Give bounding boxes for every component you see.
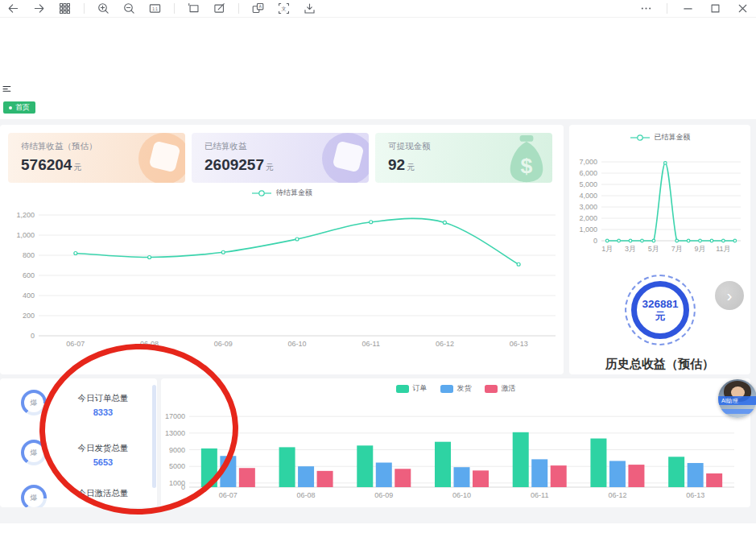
svg-text:06-07: 06-07 [219,491,238,499]
svg-text:3,000: 3,000 [579,203,597,211]
card-unit: 元 [73,163,81,172]
stat-value: 5653 [55,457,151,467]
text-select-icon[interactable]: 文 [277,2,291,15]
svg-text:400: 400 [23,291,35,300]
apps-grid-icon[interactable] [58,2,72,15]
actual-size-icon[interactable]: 1:1 [148,2,162,15]
svg-text:06-10: 06-10 [287,340,306,348]
legend-swatch-icon [396,385,409,393]
svg-text:4,000: 4,000 [579,192,597,200]
summary-cards: 待结算收益（预估）576204元已结算收益2609257元$可提现金额92元 [8,133,552,183]
svg-text:06-09: 06-09 [374,491,393,499]
svg-text:9000: 9000 [169,446,185,454]
svg-text:1,200: 1,200 [16,211,35,219]
svg-text:06-10: 06-10 [452,491,471,499]
zoom-in-icon[interactable] [97,2,110,15]
screenshot-icon[interactable] [187,2,200,15]
more-icon[interactable] [639,2,653,15]
legend-item-3[interactable]: 激活 [485,383,516,394]
svg-text:6,000: 6,000 [579,169,597,177]
settled-amount-panel: 已结算金额 01,0002,0003,0004,0005,0006,0007,0… [569,125,750,374]
ai-assistant-avatar[interactable]: AI助理 [718,379,756,418]
history-total-ring: 326881 元 [625,275,696,345]
svg-text:11月: 11月 [716,245,730,253]
translate-icon[interactable]: A [251,2,265,15]
card-value: 576204 [21,156,72,173]
daily-metrics-legend[interactable]: 订单发货激活 [161,383,750,394]
history-total-unit: 元 [655,311,666,322]
svg-text:13000: 13000 [165,429,185,437]
line-legend-marker-icon [630,134,651,142]
summary-card-orange: 待结算收益（预估）576204元 [8,133,185,183]
stats-scrollbar[interactable] [152,385,156,488]
browser-toolbar: 1:1A文 [0,0,756,18]
toolbar-separator [238,3,239,14]
summary-card-purple: 已结算收益2609257元 [192,133,369,183]
ai-assistant-label: AI助理 [718,396,756,405]
svg-text:5,000: 5,000 [579,180,597,188]
daily-metrics-panel: 订单发货激活 0100050009000130001700006-0706-08… [161,378,750,507]
stat-label: 今日激活总量 [55,488,151,499]
svg-text:06-11: 06-11 [362,340,380,348]
active-tab-dot-icon [9,106,12,110]
gauge-ring-icon: 爆 [21,390,47,415]
svg-text:1000: 1000 [169,479,185,487]
gauge-badge: 爆 [21,390,47,415]
legend-item-1[interactable]: 订单 [396,383,428,394]
svg-text:1,000: 1,000 [16,231,35,239]
svg-text:5月: 5月 [648,245,659,253]
minimize-icon[interactable] [681,2,695,15]
gauge-ring-icon: 爆 [21,485,47,507]
svg-text:1,000: 1,000 [579,225,597,234]
gauge-ring-icon: 爆 [21,440,47,465]
svg-text:06-12: 06-12 [436,340,454,348]
svg-text:06-08: 06-08 [297,491,316,499]
svg-text:06-11: 06-11 [531,491,548,499]
next-slide-button[interactable]: › [715,281,744,310]
stat-label: 今日订单总量 [55,393,151,404]
forward-icon[interactable] [32,2,46,15]
app-window: 1:1A文 首页 待结算收益（预估）576204元已结算收益2609257元$可… [0,0,756,558]
collapse-menu-icon[interactable] [2,84,14,97]
settled-monthly-legend[interactable]: 已结算金额 [569,132,750,143]
svg-text:0: 0 [31,332,35,340]
daily-metrics-bar-chart[interactable]: 0100050009000130001700006-0706-0806-0906… [161,395,750,507]
svg-text:06-13: 06-13 [510,340,528,348]
legend-label: 已结算金额 [655,132,691,143]
money-bag-icon: $ [504,134,549,182]
edit-icon[interactable] [213,2,226,15]
legend-item-2[interactable]: 发货 [440,383,472,394]
stat-value: 8333 [55,407,151,417]
maximize-icon[interactable] [708,2,722,15]
card-unit: 元 [266,163,274,172]
svg-text:7月: 7月 [671,245,683,253]
pending-settlement-legend[interactable]: 待结算金额 [0,188,564,198]
dashboard-content: 待结算收益（预估）576204元已结算收益2609257元$可提现金额92元 待… [0,119,756,523]
download-icon[interactable] [303,2,316,15]
pending-settlement-chart[interactable]: 02004006008001,0001,20006-0706-0806-0906… [0,199,564,360]
svg-text:06-13: 06-13 [686,491,704,499]
svg-text:2,000: 2,000 [579,214,597,222]
toolbar-left-group: 1:1A文 [6,2,316,15]
svg-text:9月: 9月 [695,245,706,253]
zoom-out-icon[interactable] [122,2,136,15]
svg-text:06-12: 06-12 [608,491,626,499]
svg-text:06-08: 06-08 [140,340,159,348]
svg-text:5000: 5000 [169,462,185,470]
close-icon[interactable] [736,2,750,15]
toolbar-separator [84,3,85,14]
tab-home[interactable]: 首页 [3,101,35,114]
svg-text:A: A [258,4,262,9]
window-controls-group [639,2,750,15]
toolbar-separator [174,3,175,14]
today-stats-panel: 爆今日订单总量8333爆今日发货总量5653爆今日激活总量 [0,378,157,507]
back-icon[interactable] [6,2,20,15]
summary-card-green: $可提现金额92元 [375,133,552,183]
svg-text:文: 文 [281,6,286,11]
pending-settlement-panel: 待结算收益（预估）576204元已结算收益2609257元$可提现金额92元 待… [0,125,564,374]
settled-monthly-chart[interactable]: 01,0002,0003,0004,0005,0006,0007,0001月3月… [569,144,750,267]
legend-label: 激活 [502,383,516,394]
history-total-value: 326881 [642,298,678,311]
history-total-ring-inner: 326881 元 [631,281,689,339]
svg-text:$: $ [521,154,533,178]
